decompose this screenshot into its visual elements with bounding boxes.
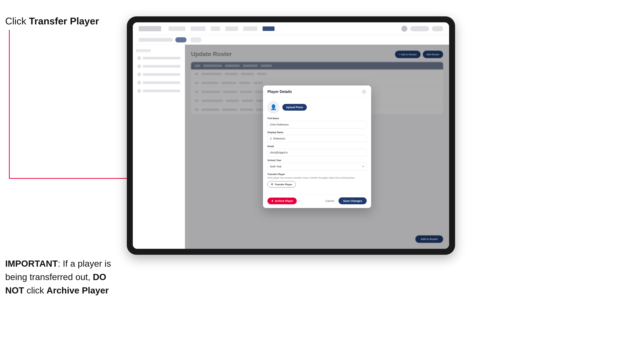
full-name-label: Full Name (268, 117, 367, 120)
display-name-group: Display Name (268, 131, 367, 142)
header-button[interactable] (410, 26, 429, 31)
instruction-prefix: Click (5, 16, 29, 26)
upload-photo-button[interactable]: Upload Photo (282, 104, 307, 111)
full-name-input[interactable] (268, 121, 367, 128)
footer-right-actions: Cancel Save Changes (322, 197, 367, 204)
roster-tab-active[interactable] (175, 37, 186, 42)
sub-header (133, 35, 449, 45)
sidebar-item-4[interactable] (136, 79, 182, 86)
nav-items (168, 26, 394, 31)
full-name-group: Full Name (268, 117, 367, 128)
archive-player-button[interactable]: ⬆ Archive Player (268, 197, 297, 204)
sidebar-title-1 (136, 49, 151, 52)
cancel-button[interactable]: Cancel (322, 197, 337, 204)
nav-item-tools[interactable] (211, 26, 220, 31)
player-details-modal: Player Details × 👤 Upload Photo (263, 85, 371, 208)
avatar-circle: 👤 (268, 101, 280, 113)
roster-tab-inactive[interactable] (190, 37, 202, 42)
header-secondary-btn[interactable] (432, 26, 443, 31)
important-label: IMPORTANT (5, 259, 58, 269)
archive-label: Archive Player (46, 286, 109, 295)
instruction-bold: Transfer Player (29, 16, 99, 26)
nav-item-opponents[interactable] (190, 26, 206, 31)
avatar-section: 👤 Upload Photo (268, 101, 367, 113)
instruction-top: Click Transfer Player (5, 15, 99, 27)
transfer-section-label: Transfer Player (268, 173, 367, 175)
display-name-input[interactable] (268, 135, 367, 142)
nav-item-seasons[interactable] (225, 26, 238, 31)
archive-icon: ⬆ (271, 199, 274, 202)
archive-btn-label: Archive Player (275, 199, 293, 202)
sidebar-dot-3 (137, 73, 141, 76)
sidebar-label-2 (143, 65, 180, 68)
modal-body: 👤 Upload Photo Full Name (263, 98, 371, 194)
sidebar-label-5 (143, 90, 180, 92)
tablet-screen: Update Roster (133, 22, 449, 249)
sidebar (133, 45, 185, 249)
transfer-description: If this player has moved to another scho… (268, 176, 367, 179)
modal-overlay: Player Details × 👤 Upload Photo (185, 45, 449, 249)
school-year-group: School Year First Year Second Year Third… (268, 159, 367, 170)
transfer-section: Transfer Player If this player has moved… (268, 173, 367, 188)
sidebar-section-1 (136, 49, 182, 95)
school-year-select[interactable]: First Year Second Year Third Year Fourth… (268, 163, 367, 170)
header-avatar (401, 26, 407, 32)
nav-item-add-entry[interactable] (243, 26, 258, 31)
modal-header: Player Details × (263, 85, 371, 98)
tablet-device: Update Roster (127, 16, 455, 255)
modal-title: Player Details (268, 90, 292, 94)
email-input[interactable] (268, 149, 367, 156)
school-year-label: School Year (268, 159, 367, 162)
sidebar-label-3 (143, 73, 180, 76)
display-name-label: Display Name (268, 131, 367, 134)
modal-close-button[interactable]: × (362, 89, 367, 94)
instruction-bottom: IMPORTANT: If a player is being transfer… (5, 257, 117, 297)
sidebar-label-1 (143, 57, 180, 59)
main-content: Update Roster (133, 45, 449, 249)
transfer-player-button[interactable]: ⟳ Transfer Player (268, 181, 296, 187)
sidebar-label-4 (143, 81, 180, 84)
sidebar-dot-1 (137, 56, 141, 60)
transfer-icon: ⟳ (271, 183, 273, 186)
content-panel: Update Roster (185, 45, 449, 249)
sidebar-dot-2 (137, 64, 141, 68)
app-logo (139, 26, 161, 31)
arrow-vertical (9, 30, 10, 179)
sidebar-item-5[interactable] (136, 87, 182, 95)
save-changes-button[interactable]: Save Changes (338, 197, 367, 204)
avatar-icon: 👤 (270, 104, 277, 110)
sidebar-item-1[interactable] (136, 54, 182, 62)
sub-header-text (139, 38, 172, 42)
modal-footer: ⬆ Archive Player Cancel Save Changes (263, 194, 371, 208)
sidebar-item-3[interactable] (136, 71, 182, 78)
header-right (401, 26, 443, 32)
sidebar-dot-4 (137, 81, 141, 85)
email-label: Email (268, 145, 367, 148)
nav-item-dashboard[interactable] (168, 26, 186, 31)
sidebar-item-2[interactable] (136, 63, 182, 70)
email-group: Email (268, 145, 367, 156)
nav-item-active[interactable] (262, 26, 274, 31)
app-header (133, 22, 449, 35)
sidebar-dot-5 (137, 89, 141, 93)
transfer-btn-label: Transfer Player (275, 183, 292, 186)
